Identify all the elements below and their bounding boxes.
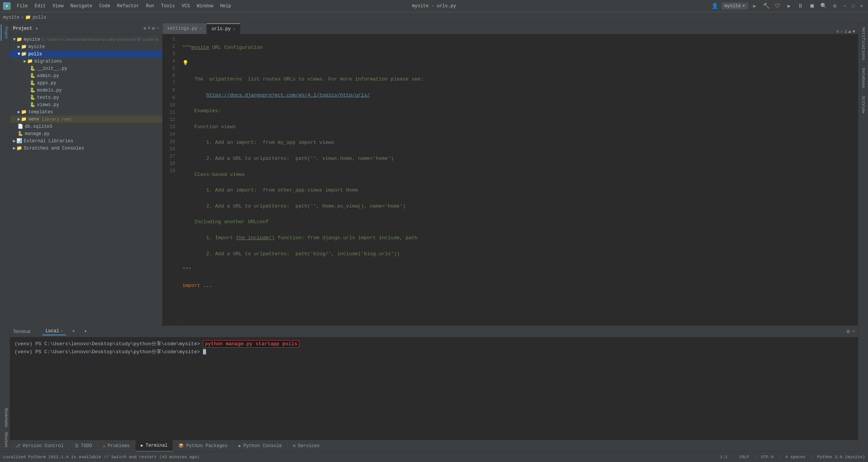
run-configuration[interactable]: mysite ▾ (721, 2, 748, 10)
more-tabs-icon[interactable]: ≡ (836, 29, 839, 34)
status-python[interactable]: Python 3.9 (mysite) (817, 455, 865, 459)
tree-label: mysite (28, 44, 45, 50)
status-indent[interactable]: 4 spaces (785, 455, 805, 459)
bottom-tab-problems[interactable]: ⚠ Problems (98, 440, 135, 452)
settings-button[interactable]: ⚙ (830, 1, 840, 11)
ext-lib-icon: 📊 (16, 138, 22, 144)
terminal-tab-local[interactable]: Local ✕ (42, 328, 66, 335)
tab-settings-close[interactable]: ✕ (200, 26, 202, 31)
status-encoding[interactable]: UTF-8 (761, 455, 774, 459)
py-icon: 🐍 (30, 73, 35, 79)
code-editor[interactable]: 1 2 3 4 5 6 7 8 9 10 11 12 13 (163, 34, 858, 325)
tree-settings-icon[interactable]: ⚙ (152, 26, 155, 31)
tree-label: templates (28, 109, 53, 115)
run-config-label: mysite (725, 3, 741, 9)
tree-scratches[interactable]: ▶ 📁 Scratches and Consoles (10, 145, 162, 152)
tree-manage[interactable]: 🐍 manage.py (10, 130, 162, 137)
line-count-badge: 2 (844, 29, 847, 34)
tree-polls[interactable]: ▼ 📁 polls (10, 50, 162, 58)
tree-migrations[interactable]: ▶ 📁 migrations (10, 58, 162, 65)
editor-panel: settings.py ✕ urls.py ✕ ≡ ✓ 2 ▲ ▼ (163, 23, 858, 325)
tree-models[interactable]: 🐍 models.py (10, 87, 162, 94)
scroll-up-icon[interactable]: ▲ (849, 29, 851, 34)
breadcrumb-polls[interactable]: polls (32, 15, 46, 20)
menu-edit[interactable]: Edit (32, 3, 49, 10)
scroll-down-icon[interactable]: ▼ (852, 29, 855, 34)
bottom-tab-todo[interactable]: ☰ TODO (69, 440, 98, 452)
tree-label: Scratches and Consoles (24, 146, 84, 151)
database-panel[interactable]: Database (860, 65, 867, 91)
notifications-panel[interactable]: Notifications (860, 24, 867, 63)
close-button[interactable]: ✕ (858, 3, 865, 10)
locate-file-icon[interactable]: ⊕ (143, 26, 146, 31)
tree-apps[interactable]: 🐍 apps.py (10, 79, 162, 87)
terminal-command: python manage.py startapp polls (203, 340, 299, 348)
bottom-tab-services[interactable]: ⚙ Services (288, 440, 325, 452)
minimize-button[interactable]: ─ (841, 3, 848, 10)
tree-db[interactable]: 📄 db.sqlite3 (10, 123, 162, 130)
debug-button[interactable]: ▶ (784, 1, 794, 11)
status-line-ending[interactable]: CRLF (739, 455, 749, 459)
tree-ext-libs[interactable]: ▶ 📊 External Libraries (10, 137, 162, 145)
bottom-tab-terminal-label: Terminal (146, 443, 168, 448)
menu-tools[interactable]: Tools (158, 3, 178, 10)
status-position[interactable]: 1:1 (720, 455, 728, 459)
title-bar: ⊕ File Edit View Navigate Code Refactor … (0, 0, 868, 12)
tree-templates[interactable]: ▶ 📁 templates (10, 108, 162, 116)
build-button[interactable]: 🔨 (761, 1, 771, 11)
panel-header-dropdown[interactable]: ▾ (35, 26, 38, 32)
stop-button[interactable]: ⏹ (807, 1, 817, 11)
folder-icon: 📁 (16, 145, 22, 151)
menu-file[interactable]: File (14, 3, 31, 10)
file-icon: 📄 (18, 124, 23, 129)
bottom-tab-python-console[interactable]: ▶ Python Console (233, 440, 287, 452)
bottom-tab-vc-label: Version Control (23, 443, 64, 449)
terminal-more-tabs[interactable]: ▾ (81, 328, 90, 335)
menu-navigate[interactable]: Navigate (67, 3, 95, 10)
bottom-tab-terminal[interactable]: ▶ Terminal (135, 440, 173, 452)
user-icon[interactable]: 👤 (710, 1, 720, 11)
tree-mysite-child[interactable]: ▶ 📁 mysite (10, 43, 162, 50)
bottom-tab-version-control[interactable]: ⎇ Version Control (10, 440, 69, 452)
menu-view[interactable]: View (50, 3, 67, 10)
tree-venv[interactable]: ▶ 📁 venv library root (10, 116, 162, 123)
collapse-all-icon[interactable]: ≡ (148, 26, 150, 31)
menu-vcs[interactable]: VCS (179, 3, 193, 10)
tab-urls-close[interactable]: ✕ (233, 27, 235, 31)
terminal-tab-close[interactable]: ✕ (61, 329, 63, 333)
terminal-add-tab[interactable]: + (69, 328, 78, 335)
tree-tests[interactable]: 🐍 tests.py (10, 94, 162, 101)
maximize-button[interactable]: □ (850, 3, 857, 10)
menu-help[interactable]: Help (217, 3, 234, 10)
tab-settings[interactable]: settings.py ✕ (163, 23, 207, 34)
menu-code[interactable]: Code (96, 3, 113, 10)
title-bar-left: ⊕ File Edit View Navigate Code Refactor … (3, 2, 234, 10)
sidebar-tab-project[interactable]: Project (1, 24, 9, 41)
terminal-minimize-icon[interactable]: ─ (852, 328, 855, 334)
sciview-panel[interactable]: SciView (860, 93, 867, 116)
terminal-line-2: (venv) PS C:\Users\lenovo\Desktop\study\… (14, 348, 854, 356)
tree-mysite-root[interactable]: ▼ 📁 mysite C:\Users\lenovo\Desktop\study… (10, 36, 162, 43)
menu-refactor[interactable]: Refactor (114, 3, 142, 10)
sidebar-tab-structure[interactable]: Structure (1, 430, 9, 450)
run-button[interactable]: ▶ (750, 1, 760, 11)
coverage-button[interactable]: 🛡 (773, 1, 783, 11)
tree-init[interactable]: 🐍 __init__.py (10, 65, 162, 72)
tree-views[interactable]: 🐍 views.py (10, 101, 162, 108)
breadcrumb-mysite[interactable]: mysite (3, 15, 19, 20)
tab-urls[interactable]: urls.py ✕ (207, 23, 240, 34)
tree-label: tests.py (37, 95, 59, 100)
expand-icon-collapsed: ▶ (18, 116, 20, 122)
tree-admin[interactable]: 🐍 admin.py (10, 72, 162, 79)
sidebar-tab-bookmarks[interactable]: Bookmarks (1, 406, 9, 430)
pause-button[interactable]: ⏸ (796, 1, 805, 11)
menu-window[interactable]: Window (194, 3, 216, 10)
terminal-prompt-1: (venv) PS C:\Users\lenovo\Desktop\study\… (14, 341, 200, 347)
bottom-tab-python-packages[interactable]: 📦 Python Packages (173, 440, 233, 452)
code-content[interactable]: """mysite URL Configuration 💡 The `urlpa… (178, 34, 858, 325)
terminal-content[interactable]: (venv) PS C:\Users\lenovo\Desktop\study\… (10, 337, 858, 440)
terminal-settings-icon[interactable]: ⚙ (847, 328, 850, 335)
close-panel-icon[interactable]: ─ (156, 26, 159, 31)
menu-run[interactable]: Run (143, 3, 157, 10)
search-everywhere[interactable]: 🔍 (818, 1, 828, 11)
